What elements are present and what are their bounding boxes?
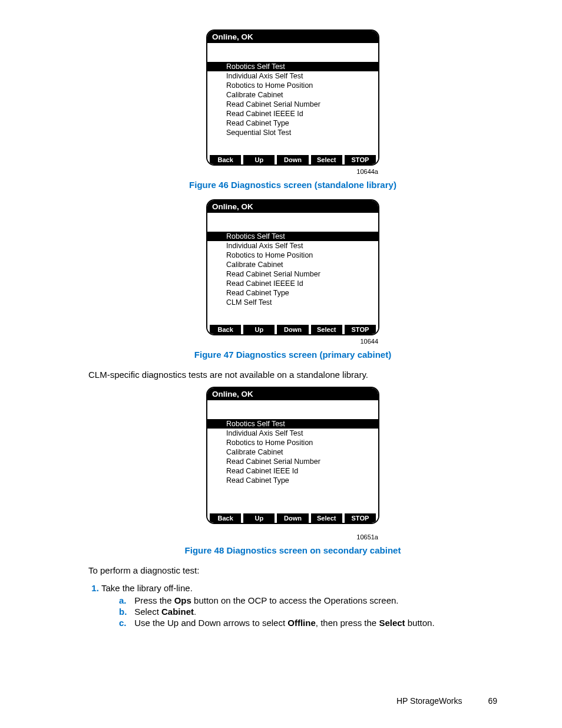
- status-header: Online, OK: [207, 200, 378, 213]
- menu-item: Robotics to Home Position: [207, 251, 378, 260]
- menu-item-selected: Robotics Self Test: [207, 232, 378, 241]
- button-row: Back Up Down Select STOP: [207, 325, 378, 334]
- spacer: [207, 485, 378, 513]
- menu-item: Read Cabinet Type: [207, 288, 378, 298]
- menu-item: Robotics to Home Position: [207, 438, 378, 447]
- menu-item: Read Cabinet IEEEE Id: [207, 279, 378, 288]
- menu-item: Calibrate Cabinet: [207, 260, 378, 269]
- bold: Select: [379, 618, 405, 628]
- text: button.: [405, 618, 435, 628]
- menu-item: CLM Self Test: [207, 298, 378, 307]
- select-button: Select: [311, 325, 342, 334]
- figure-caption: Figure 46 Diagnostics screen (standalone…: [88, 180, 497, 190]
- spacer: [207, 43, 378, 62]
- menu-item: Robotics to Home Position: [207, 81, 378, 90]
- bold: Ops: [174, 595, 191, 605]
- footer-label: HP StorageWorks: [396, 696, 462, 706]
- sub-label: a.: [119, 595, 132, 605]
- step-text: Take the library off-line.: [101, 583, 193, 593]
- up-button: Up: [243, 325, 275, 334]
- list-item: c. Use the Up and Down arrows to select …: [119, 618, 497, 628]
- text: Select: [134, 607, 161, 617]
- up-button: Up: [243, 155, 275, 164]
- menu-item: Calibrate Cabinet: [207, 447, 378, 457]
- menu-item: Read Cabinet Serial Number: [207, 269, 378, 279]
- stop-button: STOP: [345, 325, 376, 334]
- spacer: [207, 307, 378, 325]
- image-id: 10644: [207, 338, 378, 345]
- stop-button: STOP: [345, 513, 376, 523]
- menu-item: Individual Axis Self Test: [207, 71, 378, 81]
- menu-item: Individual Axis Self Test: [207, 241, 378, 251]
- image-id: 10644a: [207, 168, 378, 175]
- ocp-screen-2: Online, OK Robotics Self Test Individual…: [206, 199, 379, 335]
- status-header: Online, OK: [207, 388, 378, 400]
- text: Press the: [134, 595, 174, 605]
- button-row: Back Up Down Select STOP: [207, 513, 378, 523]
- menu-item: Read Cabinet Type: [207, 476, 378, 485]
- menu-item: Read Cabinet IEEE Id: [207, 466, 378, 476]
- page-number: 69: [488, 696, 497, 706]
- back-button: Back: [210, 155, 241, 164]
- spacer: [207, 400, 378, 419]
- text: button on the OCP to access the Operatio…: [191, 595, 399, 605]
- status-header: Online, OK: [207, 31, 378, 43]
- image-id: 10651a: [207, 533, 378, 541]
- body-paragraph: CLM-specific diagnostics tests are not a…: [88, 369, 497, 381]
- menu-item-selected: Robotics Self Test: [207, 419, 378, 429]
- sub-list: a. Press the Ops button on the OCP to ac…: [101, 595, 497, 628]
- ocp-screen-3: Online, OK Robotics Self Test Individual…: [206, 387, 379, 524]
- up-button: Up: [243, 513, 275, 523]
- page-footer: HP StorageWorks 69: [396, 696, 497, 706]
- button-row: Back Up Down Select STOP: [207, 155, 378, 164]
- menu-item: Calibrate Cabinet: [207, 90, 378, 100]
- menu-item: Read Cabinet Serial Number: [207, 100, 378, 109]
- text: .: [194, 607, 196, 617]
- bold: Offline: [287, 618, 316, 628]
- bold: Cabinet: [161, 607, 194, 617]
- list-item: b. Select Cabinet.: [119, 607, 497, 617]
- menu-item: Sequential Slot Test: [207, 128, 378, 137]
- numbered-list: Take the library off-line. a. Press the …: [88, 583, 497, 628]
- text: Use the Up and Down arrows to select: [134, 618, 287, 628]
- back-button: Back: [210, 325, 241, 334]
- down-button: Down: [277, 513, 308, 523]
- text: , then press the: [316, 618, 379, 628]
- select-button: Select: [311, 155, 342, 164]
- spacer: [207, 213, 378, 232]
- sub-label: c.: [119, 618, 132, 628]
- stop-button: STOP: [345, 155, 376, 164]
- menu-item: Read Cabinet Serial Number: [207, 457, 378, 466]
- figure-caption: Figure 48 Diagnostics screen on secondar…: [88, 545, 497, 555]
- list-item: Take the library off-line. a. Press the …: [101, 583, 497, 628]
- select-button: Select: [311, 513, 342, 523]
- body-paragraph: To perform a diagnostic test:: [88, 565, 497, 577]
- page: Online, OK Robotics Self Test Individual…: [0, 0, 562, 728]
- list-item: a. Press the Ops button on the OCP to ac…: [119, 595, 497, 605]
- menu-item: Read Cabinet IEEEE Id: [207, 109, 378, 118]
- menu-item-selected: Robotics Self Test: [207, 62, 378, 71]
- spacer: [207, 137, 378, 155]
- ocp-screen-1: Online, OK Robotics Self Test Individual…: [206, 29, 379, 166]
- down-button: Down: [277, 155, 308, 164]
- back-button: Back: [210, 513, 241, 523]
- menu-item: Individual Axis Self Test: [207, 429, 378, 438]
- sub-label: b.: [119, 607, 132, 617]
- down-button: Down: [277, 325, 308, 334]
- figure-caption: Figure 47 Diagnostics screen (primary ca…: [88, 350, 497, 360]
- menu-item: Read Cabinet Type: [207, 118, 378, 128]
